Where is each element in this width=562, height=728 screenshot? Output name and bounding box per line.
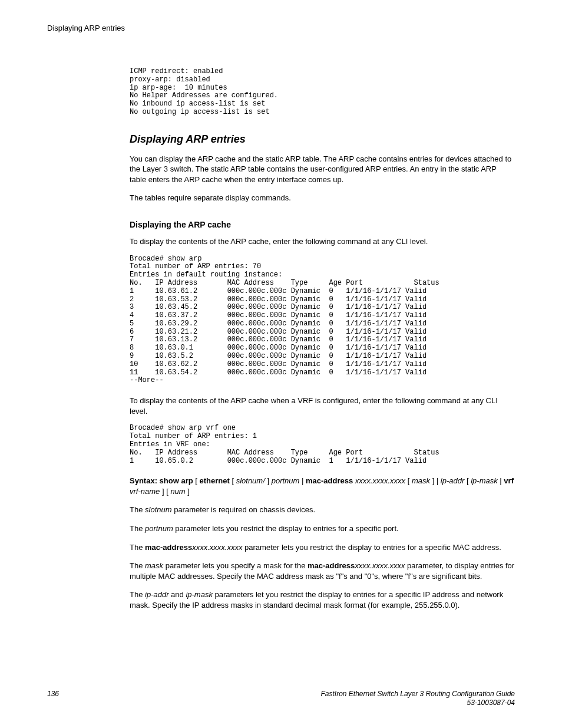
term: mac-address bbox=[145, 543, 192, 552]
paragraph: The slotnum parameter is required on cha… bbox=[130, 505, 515, 515]
syntax-var: portnum bbox=[272, 476, 300, 485]
syntax-var: ip-addr bbox=[441, 476, 464, 485]
term: xxxx.xxxx.xxxx bbox=[192, 543, 242, 552]
cli-output-arp: Brocade# show arp Total number of ARP en… bbox=[130, 255, 515, 386]
text: The bbox=[130, 505, 145, 514]
syntax-lead: Syntax: show arp bbox=[130, 476, 193, 485]
text: parameter lets you restrict the display … bbox=[173, 524, 399, 533]
text: ] bbox=[187, 487, 190, 496]
text: The bbox=[130, 543, 145, 552]
paragraph: You can display the ARP cache and the st… bbox=[130, 154, 515, 185]
cli-output-intro: ICMP redirect: enabled proxy-arp: disabl… bbox=[130, 68, 515, 117]
text: ] | bbox=[432, 476, 441, 485]
text: | bbox=[302, 476, 306, 485]
paragraph: The tables require separate display comm… bbox=[130, 193, 515, 203]
running-header: Displaying ARP entries bbox=[47, 24, 515, 32]
text: [ bbox=[232, 476, 236, 485]
term: ip-addr bbox=[145, 590, 168, 599]
doc-id: FastIron Ethernet Switch Layer 3 Routing… bbox=[320, 690, 515, 708]
paragraph: The mask parameter lets you specify a ma… bbox=[130, 561, 515, 581]
syntax-var: ip-mask bbox=[471, 476, 498, 485]
text: [ bbox=[195, 476, 199, 485]
syntax-var: num bbox=[170, 487, 185, 496]
doc-number: 53-1003087-04 bbox=[467, 699, 515, 707]
text: [ bbox=[467, 476, 469, 485]
term: mac-address bbox=[308, 561, 355, 570]
syntax-var: mask bbox=[412, 476, 430, 485]
syntax-kw: vrf bbox=[504, 476, 514, 485]
main-content: ICMP redirect: enabled proxy-arp: disabl… bbox=[130, 68, 515, 610]
text: parameter lets you restrict the display … bbox=[242, 543, 501, 552]
syntax-line: Syntax: show arp [ ethernet [ slotnum/ ]… bbox=[130, 476, 515, 496]
paragraph: To display the contents of the ARP cache… bbox=[130, 236, 515, 247]
paragraph: The portnum parameter lets you restrict … bbox=[130, 523, 515, 534]
paragraph: The ip-addr and ip-mask parameters let y… bbox=[130, 589, 515, 610]
term: ip-mask bbox=[186, 590, 213, 599]
text: [ bbox=[408, 476, 410, 485]
term: mask bbox=[145, 561, 163, 570]
syntax-var: xxxx.xxxx.xxxx bbox=[355, 476, 405, 485]
syntax-var: vrf-name bbox=[130, 487, 160, 496]
text: parameter is required on chassis devices… bbox=[172, 505, 316, 514]
text: and bbox=[168, 590, 186, 599]
page-footer: 136 FastIron Ethernet Switch Layer 3 Rou… bbox=[47, 690, 515, 708]
text: The bbox=[130, 524, 145, 533]
subsection-heading: Displaying the ARP cache bbox=[130, 220, 515, 229]
page-number: 136 bbox=[47, 690, 59, 698]
text: The bbox=[130, 561, 145, 570]
paragraph: To display the contents of the ARP cache… bbox=[130, 396, 515, 416]
section-heading: Displaying ARP entries bbox=[130, 133, 515, 146]
text: The bbox=[130, 590, 145, 599]
cli-output-arp-vrf: Brocade# show arp vrf one Total number o… bbox=[130, 424, 515, 465]
term: xxxx.xxxx.xxxx bbox=[355, 561, 405, 570]
term: slotnum bbox=[145, 505, 172, 514]
paragraph: The mac-addressxxxx.xxxx.xxxx parameter … bbox=[130, 542, 515, 553]
doc-title: FastIron Ethernet Switch Layer 3 Routing… bbox=[320, 690, 515, 698]
text: ] [ bbox=[162, 487, 168, 496]
text: parameter lets you specify a mask for th… bbox=[163, 561, 308, 570]
syntax-kw: mac-address bbox=[306, 476, 353, 485]
syntax-var: slotnum/ bbox=[236, 476, 265, 485]
text: ] bbox=[267, 476, 269, 485]
syntax-kw: ethernet bbox=[200, 476, 230, 485]
term: portnum bbox=[145, 524, 173, 533]
